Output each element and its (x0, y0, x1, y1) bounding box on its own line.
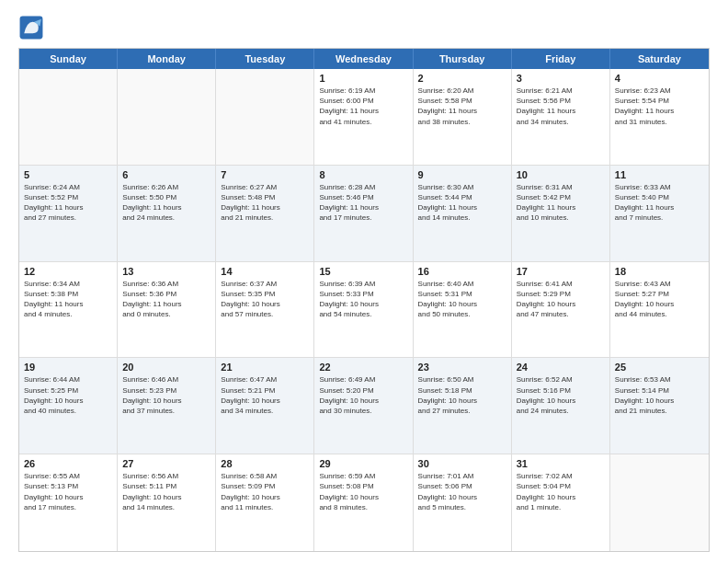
cell-date: 22 (319, 362, 407, 373)
cell-date: 23 (418, 362, 506, 373)
cell-date: 29 (319, 458, 407, 469)
calendar-cell: 30Sunrise: 7:01 AM Sunset: 5:06 PM Dayli… (414, 454, 512, 551)
cell-info: Sunrise: 6:49 AM Sunset: 5:20 PM Dayligh… (319, 374, 407, 416)
calendar-cell: 22Sunrise: 6:49 AM Sunset: 5:20 PM Dayli… (314, 358, 413, 454)
cell-info: Sunrise: 6:33 AM Sunset: 5:40 PM Dayligh… (615, 182, 704, 224)
calendar-cell: 26Sunrise: 6:55 AM Sunset: 5:13 PM Dayli… (19, 454, 118, 551)
cell-date: 14 (221, 266, 309, 277)
cell-date: 8 (319, 169, 407, 180)
cell-date: 10 (517, 169, 605, 180)
calendar-cell: 6Sunrise: 6:26 AM Sunset: 5:50 PM Daylig… (118, 166, 216, 261)
cell-date: 31 (517, 458, 605, 469)
calendar-cell: 21Sunrise: 6:47 AM Sunset: 5:21 PM Dayli… (216, 358, 314, 454)
cell-info: Sunrise: 6:34 AM Sunset: 5:38 PM Dayligh… (24, 279, 112, 320)
calendar-cell: 10Sunrise: 6:31 AM Sunset: 5:42 PM Dayli… (512, 166, 610, 261)
calendar: SundayMondayTuesdayWednesdayThursdayFrid… (18, 48, 710, 552)
calendar-cell: 28Sunrise: 6:58 AM Sunset: 5:09 PM Dayli… (216, 454, 314, 551)
cell-info: Sunrise: 6:40 AM Sunset: 5:31 PM Dayligh… (418, 279, 506, 320)
calendar-cell: 1Sunrise: 6:19 AM Sunset: 6:00 PM Daylig… (314, 69, 413, 165)
cell-date: 3 (517, 73, 605, 84)
cell-info: Sunrise: 6:41 AM Sunset: 5:29 PM Dayligh… (517, 279, 605, 320)
calendar-cell (610, 454, 709, 551)
calendar-cell (216, 69, 314, 165)
calendar-cell: 15Sunrise: 6:39 AM Sunset: 5:33 PM Dayli… (314, 262, 413, 358)
cell-date: 5 (24, 169, 112, 180)
cell-info: Sunrise: 6:31 AM Sunset: 5:42 PM Dayligh… (517, 182, 605, 224)
cell-date: 2 (418, 73, 506, 84)
cell-date: 24 (517, 362, 605, 373)
cell-date: 26 (24, 458, 112, 469)
calendar-cell: 25Sunrise: 6:53 AM Sunset: 5:14 PM Dayli… (610, 358, 709, 454)
cell-info: Sunrise: 6:59 AM Sunset: 5:08 PM Dayligh… (319, 471, 407, 512)
cell-date: 19 (24, 362, 112, 373)
cell-info: Sunrise: 6:56 AM Sunset: 5:11 PM Dayligh… (122, 471, 210, 512)
cell-date: 9 (418, 169, 506, 180)
day-headers: SundayMondayTuesdayWednesdayThursdayFrid… (19, 49, 709, 69)
cell-info: Sunrise: 6:23 AM Sunset: 5:54 PM Dayligh… (615, 86, 704, 127)
cell-info: Sunrise: 6:36 AM Sunset: 5:36 PM Dayligh… (122, 279, 210, 320)
calendar-row: 5Sunrise: 6:24 AM Sunset: 5:52 PM Daylig… (19, 166, 709, 262)
cell-info: Sunrise: 6:55 AM Sunset: 5:13 PM Dayligh… (24, 471, 112, 512)
calendar-cell: 11Sunrise: 6:33 AM Sunset: 5:40 PM Dayli… (610, 166, 709, 261)
calendar-cell: 31Sunrise: 7:02 AM Sunset: 5:04 PM Dayli… (512, 454, 610, 551)
calendar-cell: 27Sunrise: 6:56 AM Sunset: 5:11 PM Dayli… (118, 454, 216, 551)
cell-info: Sunrise: 6:30 AM Sunset: 5:44 PM Dayligh… (418, 182, 506, 224)
cell-date: 20 (122, 362, 210, 373)
cell-info: Sunrise: 6:50 AM Sunset: 5:18 PM Dayligh… (418, 374, 506, 416)
calendar-cell: 14Sunrise: 6:37 AM Sunset: 5:35 PM Dayli… (216, 262, 314, 358)
cell-info: Sunrise: 6:43 AM Sunset: 5:27 PM Dayligh… (615, 279, 704, 320)
calendar-row: 19Sunrise: 6:44 AM Sunset: 5:25 PM Dayli… (19, 358, 709, 454)
day-header-saturday: Saturday (610, 49, 709, 69)
cell-date: 30 (418, 458, 506, 469)
calendar-cell: 17Sunrise: 6:41 AM Sunset: 5:29 PM Dayli… (512, 262, 610, 358)
calendar-cell: 8Sunrise: 6:28 AM Sunset: 5:46 PM Daylig… (314, 166, 413, 261)
cell-info: Sunrise: 6:58 AM Sunset: 5:09 PM Dayligh… (221, 471, 309, 512)
cell-info: Sunrise: 6:47 AM Sunset: 5:21 PM Dayligh… (221, 374, 309, 416)
calendar-cell: 23Sunrise: 6:50 AM Sunset: 5:18 PM Dayli… (414, 358, 512, 454)
calendar-cell (118, 69, 216, 165)
cell-info: Sunrise: 7:02 AM Sunset: 5:04 PM Dayligh… (517, 471, 605, 512)
cell-date: 6 (122, 169, 210, 180)
cell-info: Sunrise: 6:46 AM Sunset: 5:23 PM Dayligh… (122, 374, 210, 416)
cell-info: Sunrise: 6:28 AM Sunset: 5:46 PM Dayligh… (319, 182, 407, 224)
calendar-cell: 16Sunrise: 6:40 AM Sunset: 5:31 PM Dayli… (414, 262, 512, 358)
day-header-sunday: Sunday (19, 49, 118, 69)
cell-date: 16 (418, 266, 506, 277)
cell-info: Sunrise: 6:39 AM Sunset: 5:33 PM Dayligh… (319, 279, 407, 320)
logo (18, 15, 48, 40)
cell-info: Sunrise: 6:37 AM Sunset: 5:35 PM Dayligh… (221, 279, 309, 320)
cell-info: Sunrise: 6:52 AM Sunset: 5:16 PM Dayligh… (517, 374, 605, 416)
logo-icon (18, 15, 44, 40)
day-header-tuesday: Tuesday (216, 49, 314, 69)
cell-date: 11 (615, 169, 704, 180)
day-header-monday: Monday (118, 49, 216, 69)
cell-info: Sunrise: 6:53 AM Sunset: 5:14 PM Dayligh… (615, 374, 704, 416)
cell-date: 12 (24, 266, 112, 277)
cell-date: 7 (221, 169, 309, 180)
cell-info: Sunrise: 6:24 AM Sunset: 5:52 PM Dayligh… (24, 182, 112, 224)
cell-info: Sunrise: 6:19 AM Sunset: 6:00 PM Dayligh… (319, 86, 407, 127)
calendar-cell: 9Sunrise: 6:30 AM Sunset: 5:44 PM Daylig… (414, 166, 512, 261)
cell-date: 25 (615, 362, 704, 373)
cell-date: 1 (319, 73, 407, 84)
header (18, 15, 710, 40)
calendar-cell: 18Sunrise: 6:43 AM Sunset: 5:27 PM Dayli… (610, 262, 709, 358)
cell-date: 17 (517, 266, 605, 277)
calendar-cell: 19Sunrise: 6:44 AM Sunset: 5:25 PM Dayli… (19, 358, 118, 454)
calendar-cell: 4Sunrise: 6:23 AM Sunset: 5:54 PM Daylig… (610, 69, 709, 165)
calendar-row: 12Sunrise: 6:34 AM Sunset: 5:38 PM Dayli… (19, 262, 709, 359)
day-header-friday: Friday (512, 49, 610, 69)
cell-info: Sunrise: 6:44 AM Sunset: 5:25 PM Dayligh… (24, 374, 112, 416)
cell-date: 13 (122, 266, 210, 277)
day-header-thursday: Thursday (414, 49, 512, 69)
calendar-cell: 3Sunrise: 6:21 AM Sunset: 5:56 PM Daylig… (512, 69, 610, 165)
calendar-row: 26Sunrise: 6:55 AM Sunset: 5:13 PM Dayli… (19, 454, 709, 551)
cell-info: Sunrise: 6:27 AM Sunset: 5:48 PM Dayligh… (221, 182, 309, 224)
cell-date: 27 (122, 458, 210, 469)
cell-info: Sunrise: 7:01 AM Sunset: 5:06 PM Dayligh… (418, 471, 506, 512)
page: SundayMondayTuesdayWednesdayThursdayFrid… (0, 0, 728, 563)
day-header-wednesday: Wednesday (314, 49, 413, 69)
calendar-cell: 29Sunrise: 6:59 AM Sunset: 5:08 PM Dayli… (314, 454, 413, 551)
cell-date: 21 (221, 362, 309, 373)
calendar-cell: 13Sunrise: 6:36 AM Sunset: 5:36 PM Dayli… (118, 262, 216, 358)
